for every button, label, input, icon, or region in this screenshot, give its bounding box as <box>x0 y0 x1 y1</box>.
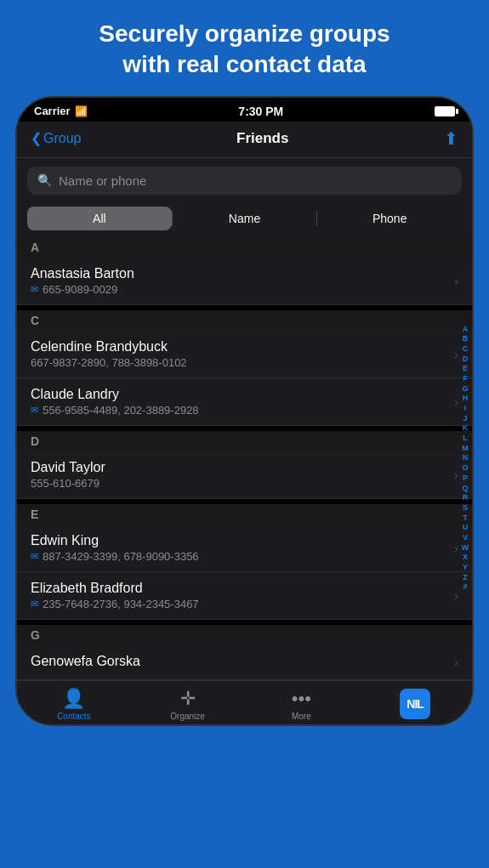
contact-item[interactable]: Edwin King ✉ 887-3429-3399, 678-9090-335… <box>17 525 472 572</box>
section-header-c: C <box>17 310 472 331</box>
contact-phone: ✉ 235-7648-2736, 934-2345-3467 <box>31 598 454 610</box>
alpha-l[interactable]: L <box>463 434 468 444</box>
contact-list: A Anastasia Barton ✉ 665-9089-0029 › C C… <box>17 237 472 680</box>
tab-organize[interactable]: ✛ Organize <box>131 688 245 721</box>
search-bar[interactable]: 🔍 Name or phone <box>27 167 462 195</box>
filter-all-tab[interactable]: All <box>27 207 172 230</box>
promo-line2: with real contact data <box>122 51 366 77</box>
alpha-w[interactable]: W <box>462 543 469 553</box>
alpha-k[interactable]: K <box>463 423 469 434</box>
email-icon: ✉ <box>31 405 38 416</box>
contact-phone: ✉ 556-9585-4489, 202-3889-2928 <box>31 404 454 417</box>
more-icon: ••• <box>292 688 311 710</box>
status-bar: Carrier 📶 7:30 PM <box>17 98 472 122</box>
contact-name: Genowefa Gorska <box>31 654 454 669</box>
contact-item[interactable]: Celendine Brandybuck 667-9837-2890, 788-… <box>17 331 472 378</box>
contact-name: Elizabeth Bradford <box>31 581 454 596</box>
search-icon: 🔍 <box>37 173 52 187</box>
alpha-b[interactable]: B <box>463 334 469 344</box>
contact-phone: ✉ 665-9089-0029 <box>31 283 454 296</box>
promo-header: Securely organize groups with real conta… <box>0 0 489 96</box>
chevron-left-icon: ❮ <box>31 130 42 146</box>
alpha-u[interactable]: U <box>463 523 469 533</box>
alpha-i[interactable]: I <box>464 404 467 414</box>
tab-contacts[interactable]: 👤 Contacts <box>17 688 131 721</box>
alpha-x[interactable]: X <box>463 553 468 563</box>
tab-bar: 👤 Contacts ✛ Organize ••• More NIL <box>17 680 472 724</box>
contact-name: Edwin King <box>31 533 454 548</box>
contact-info: David Taylor 555-610-6679 <box>31 460 454 490</box>
alpha-d[interactable]: D <box>463 355 469 365</box>
alpha-e[interactable]: E <box>463 364 468 374</box>
email-icon: ✉ <box>31 284 38 295</box>
section-header-g: G <box>17 625 472 645</box>
alpha-a[interactable]: A <box>463 325 469 335</box>
status-time: 7:30 PM <box>238 105 283 118</box>
battery-icon <box>435 106 455 116</box>
nav-title: Friends <box>236 130 288 147</box>
nav-back-button[interactable]: ❮ Group <box>31 130 81 146</box>
alpha-c[interactable]: C <box>463 344 469 355</box>
alpha-z[interactable]: Z <box>463 573 468 583</box>
share-button[interactable]: ⬆ <box>444 128 458 149</box>
contacts-icon: 👤 <box>62 688 85 710</box>
contact-item[interactable]: Anastasia Barton ✉ 665-9089-0029 › <box>17 258 472 305</box>
organize-icon: ✛ <box>180 688 196 710</box>
alpha-n[interactable]: N <box>463 453 469 463</box>
tab-more-label: More <box>292 712 311 721</box>
tab-more[interactable]: ••• More <box>245 688 359 721</box>
contact-info: Edwin King ✉ 887-3429-3399, 678-9090-335… <box>31 533 454 563</box>
app-logo-icon: NIL <box>400 689 430 719</box>
alpha-q[interactable]: Q <box>462 484 468 494</box>
alpha-j[interactable]: J <box>463 414 467 424</box>
contact-info: Elizabeth Bradford ✉ 235-7648-2736, 934-… <box>31 581 454 610</box>
email-icon: ✉ <box>31 551 38 562</box>
contact-phone: 667-9837-2890, 788-3898-0102 <box>31 356 454 369</box>
filter-tabs: All Name Phone <box>17 203 472 237</box>
filter-phone-tab[interactable]: Phone <box>317 207 462 230</box>
alpha-g[interactable]: G <box>462 384 468 394</box>
wifi-icon: 📶 <box>75 105 88 117</box>
tab-contacts-label: Contacts <box>57 712 90 721</box>
phone-frame: Carrier 📶 7:30 PM ❮ Group Friends ⬆ 🔍 Na… <box>15 96 474 726</box>
alpha-h[interactable]: H <box>463 394 469 404</box>
carrier-text: Carrier <box>34 105 71 117</box>
contact-item[interactable]: David Taylor 555-610-6679 › <box>17 451 472 499</box>
contact-name: David Taylor <box>31 460 454 475</box>
nav-bar: ❮ Group Friends ⬆ <box>17 122 472 158</box>
status-left: Carrier 📶 <box>34 105 88 117</box>
email-icon: ✉ <box>31 599 38 610</box>
status-right <box>435 106 455 116</box>
contact-name: Anastasia Barton <box>31 266 454 281</box>
search-container: 🔍 Name or phone <box>17 158 472 203</box>
section-header-a: A <box>17 237 472 258</box>
contact-phone: ✉ 887-3429-3399, 678-9090-3356 <box>31 550 454 563</box>
contact-item[interactable]: Claude Landry ✉ 556-9585-4489, 202-3889-… <box>17 378 472 426</box>
alpha-f[interactable]: F <box>463 374 468 384</box>
tab-organize-label: Organize <box>170 712 205 721</box>
contact-info: Genowefa Gorska <box>31 654 454 671</box>
alpha-t[interactable]: T <box>463 513 468 524</box>
alpha-s[interactable]: S <box>463 503 468 513</box>
promo-line1: Securely organize groups <box>99 20 389 47</box>
alpha-index: A B C D E F G H I J K L M N O P Q R S T … <box>458 237 472 680</box>
alpha-p[interactable]: P <box>463 474 468 484</box>
contact-info: Claude Landry ✉ 556-9585-4489, 202-3889-… <box>31 387 454 417</box>
alpha-m[interactable]: M <box>462 444 469 454</box>
contact-item[interactable]: Elizabeth Bradford ✉ 235-7648-2736, 934-… <box>17 572 472 620</box>
alpha-y[interactable]: Y <box>463 563 468 573</box>
contact-info: Anastasia Barton ✉ 665-9089-0029 <box>31 266 454 296</box>
alpha-hash[interactable]: # <box>463 582 467 593</box>
alpha-v[interactable]: V <box>463 533 468 543</box>
contact-info: Celendine Brandybuck 667-9837-2890, 788-… <box>31 339 454 369</box>
section-header-e: E <box>17 504 472 525</box>
tab-logo[interactable]: NIL <box>358 689 472 719</box>
contact-name: Celendine Brandybuck <box>31 339 454 355</box>
alpha-r[interactable]: R <box>463 493 469 503</box>
filter-name-tab[interactable]: Name <box>173 207 317 230</box>
contact-phone: 555-610-6679 <box>31 477 454 490</box>
alpha-o[interactable]: O <box>462 463 468 474</box>
contact-item[interactable]: Genowefa Gorska › <box>17 645 472 680</box>
search-placeholder: Name or phone <box>59 173 146 188</box>
section-header-d: D <box>17 431 472 451</box>
